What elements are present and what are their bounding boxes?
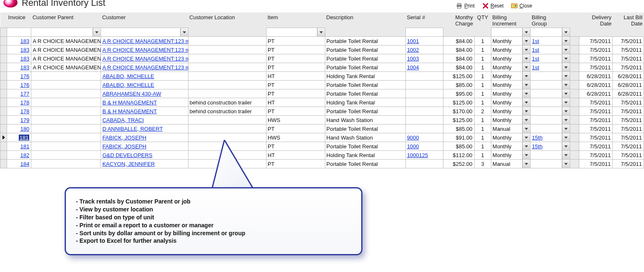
col-last-bill-date[interactable]: Last BillDate — [613, 13, 644, 28]
chevron-down-icon[interactable] — [562, 133, 570, 142]
cell-billing-increment[interactable]: Monthly — [491, 116, 531, 125]
table-row[interactable]: 180D ANNIBALLE, ROBERTPTPortable Toilet … — [0, 125, 644, 133]
cell-billing-group[interactable]: 1st — [531, 46, 570, 54]
chevron-down-icon[interactable] — [522, 125, 530, 133]
cell-invoice[interactable]: 183 — [7, 63, 31, 72]
cell-invoice[interactable]: 182 — [7, 151, 31, 160]
cell-billing-increment[interactable]: Monthly — [491, 81, 531, 89]
table-row[interactable]: 184KACYON, JENNIFERPTPortable Toilet Ren… — [0, 160, 644, 168]
col-description[interactable]: Description — [325, 13, 405, 28]
row-selector[interactable] — [0, 116, 7, 125]
cell-billing-group[interactable] — [531, 160, 570, 168]
cell-billing-increment[interactable]: Manual — [491, 160, 531, 168]
cell-customer[interactable]: A R CHOICE MANAGEMENT:123 m — [101, 54, 188, 63]
col-billing-group[interactable]: BillingGroup — [531, 13, 570, 28]
chevron-down-icon[interactable] — [522, 142, 530, 150]
chevron-down-icon[interactable] — [562, 98, 570, 107]
cell-serial[interactable]: 1002 — [405, 46, 443, 54]
cell-customer[interactable]: B & H MANAGEMENT — [101, 98, 188, 107]
chevron-down-icon[interactable] — [562, 89, 570, 98]
close-button[interactable]: Close — [511, 3, 532, 9]
cell-billing-group[interactable] — [531, 81, 570, 89]
cell-billing-group[interactable]: 1st — [531, 37, 570, 46]
cell-invoice[interactable]: 183 — [7, 37, 31, 46]
cell-invoice[interactable]: 181 — [7, 142, 31, 151]
filter-customer-parent[interactable] — [31, 28, 101, 37]
table-row[interactable]: 182G&D DEVELOPERSHTHolding Tank Rental10… — [0, 151, 644, 160]
cell-serial[interactable]: 1001 — [405, 37, 443, 46]
cell-invoice[interactable]: 180 — [7, 125, 31, 133]
filter-customer[interactable] — [101, 28, 188, 37]
col-serial[interactable]: Serial # — [405, 13, 443, 28]
cell-invoice[interactable]: 177 — [7, 89, 31, 98]
cell-billing-increment[interactable]: Monthly — [491, 151, 531, 160]
cell-billing-increment[interactable]: Monthly — [491, 37, 531, 46]
chevron-down-icon[interactable] — [522, 89, 530, 98]
reset-button[interactable]: Reset — [482, 3, 503, 9]
chevron-down-icon[interactable] — [522, 116, 530, 124]
cell-customer[interactable]: G&D DEVELOPERS — [101, 151, 188, 160]
table-row[interactable]: 183A R CHOICE MANAGEMENTA R CHOICE MANAG… — [0, 54, 644, 63]
table-row[interactable]: 179CABADA, TRACIHWSHand Wash Station$125… — [0, 116, 644, 125]
table-row[interactable]: 178B & H MANAGEMENTbehind construction t… — [0, 107, 644, 116]
chevron-down-icon[interactable] — [522, 160, 530, 168]
chevron-down-icon[interactable] — [562, 54, 570, 63]
col-customer[interactable]: Customer — [101, 13, 188, 28]
chevron-down-icon[interactable] — [93, 28, 101, 36]
filter-serial[interactable] — [405, 28, 443, 37]
row-selector[interactable] — [0, 37, 7, 46]
cell-billing-group[interactable] — [531, 116, 570, 125]
col-billing-increment[interactable]: BillingIncrement — [491, 13, 531, 28]
table-row[interactable]: 178B & H MANAGEMENTbehind construction t… — [0, 98, 644, 107]
col-qty[interactable]: QTY — [474, 13, 491, 28]
filter-item[interactable] — [266, 28, 325, 37]
row-selector[interactable] — [0, 125, 7, 133]
cell-customer[interactable]: CABADA, TRACI — [101, 116, 188, 125]
cell-billing-group[interactable] — [531, 151, 570, 160]
chevron-down-icon[interactable] — [562, 28, 570, 36]
cell-billing-increment[interactable]: Manual — [491, 125, 531, 133]
cell-invoice[interactable]: 183 — [7, 46, 31, 54]
cell-invoice[interactable]: 183 — [7, 54, 31, 63]
cell-invoice[interactable]: 176 — [7, 72, 31, 81]
cell-customer[interactable]: KACYON, JENNIFER — [101, 160, 188, 168]
chevron-down-icon[interactable] — [522, 28, 530, 36]
cell-serial[interactable]: 1000125 — [405, 151, 443, 160]
cell-billing-group[interactable]: 15th — [531, 133, 570, 142]
cell-invoice[interactable]: 184 — [7, 160, 31, 168]
cell-serial[interactable]: 9000 — [405, 133, 443, 142]
chevron-down-icon[interactable] — [522, 72, 530, 80]
cell-serial[interactable]: 1000 — [405, 142, 443, 151]
row-selector[interactable] — [0, 81, 7, 89]
print-button[interactable]: Print — [456, 3, 475, 9]
cell-customer[interactable]: ABALBO, MICHELLE — [101, 72, 188, 81]
col-customer-parent[interactable]: Customer Parent — [31, 13, 101, 28]
cell-billing-group[interactable]: 1st — [531, 63, 570, 72]
cell-billing-increment[interactable]: Monthly — [491, 133, 531, 142]
col-monthly-charge[interactable]: MonthyCharge — [443, 13, 474, 28]
chevron-down-icon[interactable] — [562, 107, 570, 115]
filter-invoice[interactable] — [7, 28, 31, 37]
cell-billing-increment[interactable]: Monthly — [491, 54, 531, 63]
cell-billing-increment[interactable]: Monthly — [491, 98, 531, 107]
chevron-down-icon[interactable] — [562, 116, 570, 124]
cell-serial[interactable]: 1003 — [405, 54, 443, 63]
col-customer-location[interactable]: Customer Location — [188, 13, 266, 28]
chevron-down-icon[interactable] — [522, 63, 530, 71]
col-invoice[interactable]: Invoice — [7, 13, 31, 28]
cell-billing-group[interactable]: 1st — [531, 54, 570, 63]
cell-billing-group[interactable] — [531, 72, 570, 81]
chevron-down-icon[interactable] — [562, 72, 570, 80]
chevron-down-icon[interactable] — [562, 142, 570, 150]
table-row[interactable]: 176ABALBO, MICHELLEPTPortable Toilet Ren… — [0, 81, 644, 89]
table-row[interactable]: 176ABALBO, MICHELLEHTHolding Tank Rental… — [0, 72, 644, 81]
row-selector[interactable] — [0, 160, 7, 168]
row-selector[interactable] — [0, 54, 7, 63]
chevron-down-icon[interactable] — [562, 151, 570, 159]
table-row[interactable]: 181FABICK, JOSEPHHWSHand Wash Station900… — [0, 133, 644, 142]
table-row[interactable]: 183A R CHOICE MANAGEMENTA R CHOICE MANAG… — [0, 63, 644, 72]
table-row[interactable]: 183A R CHOICE MANAGEMENTA R CHOICE MANAG… — [0, 46, 644, 54]
cell-invoice[interactable]: 178 — [7, 98, 31, 107]
cell-billing-group[interactable] — [531, 125, 570, 133]
cell-billing-increment[interactable]: Monthly — [491, 89, 531, 98]
